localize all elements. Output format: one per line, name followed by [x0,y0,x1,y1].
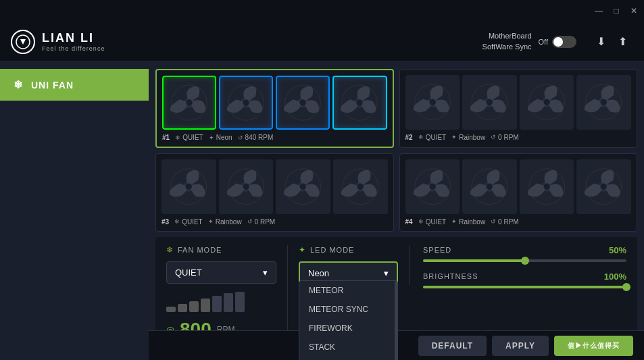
led-icon-1: ✦ [209,134,214,141]
dropdown-chevron-icon: ▾ [263,267,268,278]
speed-slider-thumb[interactable] [521,257,529,265]
brightness-label: BRIGHTNESS [423,272,478,280]
fan-mode-dropdown[interactable]: QUIET ▾ [166,261,276,284]
fan-group-3-info: #3 ❄ QUIET ✦ Rainbow ↺ 0 RPM [162,218,388,226]
fan-mode-icon: ❄ [166,245,174,255]
title-bar: — □ ✕ [0,0,644,22]
led-mode-selected: Neon [308,268,329,278]
fan-unit-3-3 [276,159,330,214]
fan-unit-1-1 [162,76,216,130]
rpm-icon-1: ↺ [238,134,243,141]
logo-area: LIAN LI Feel the difference [11,30,482,54]
brightness-slider-fill [423,286,626,288]
fan-unit-1-4 [332,76,387,130]
fan-group-4[interactable]: #4 ❄ QUIET ✦ Rainbow ↺ 0 RPM [399,153,638,232]
minimize-button[interactable]: — [594,6,603,16]
fan-unit-2-2 [462,75,517,130]
fan-unit-1-3 [276,76,330,130]
brightness-label-row: BRIGHTNESS 100% [423,272,626,282]
fan-group-4-mode: ❄ QUIET [418,218,447,226]
upload-button[interactable]: ⬆ [612,31,633,53]
fan-group-2-mode: ❄ QUIET [418,134,447,141]
fan-group-1-info: #1 ❄ QUIET ✦ Neon ↺ 840 RPM [162,134,387,141]
led-option-stack[interactable]: STACK [299,338,397,357]
main-layout: ❄ UNI FAN [0,62,644,360]
led-option-stack-multi[interactable]: STACK MULTI COLOR [299,357,397,360]
led-option-meteor[interactable]: METEOR [299,281,397,300]
speed-label-row: SPEED 50% [423,245,626,255]
led-option-firework[interactable]: FIREWORK [299,319,397,338]
svg-point-30 [243,184,249,190]
logo-sub-text: Feel the difference [42,45,105,52]
fan-mode-title: ❄ FAN MODE [166,245,276,255]
fan-group-4-rpm: ↺ 0 RPM [491,218,519,226]
brightness-value: 100% [604,272,626,282]
sidebar: ❄ UNI FAN [0,62,149,360]
svg-point-24 [601,99,607,105]
maximize-button[interactable]: □ [612,6,621,16]
speed-bar-6 [224,293,233,312]
fan-group-1-id: #1 [162,134,170,141]
fan-group-1[interactable]: #1 ❄ QUIET ✦ Neon ↺ 840 RPM [155,69,394,148]
svg-point-18 [487,99,493,105]
main-content: #1 ❄ QUIET ✦ Neon ↺ 840 RPM [149,62,644,360]
unifan-icon: ❄ [14,78,23,91]
fan-group-3-id: #3 [162,218,169,226]
apply-button[interactable]: APPLY [492,336,549,356]
fan-group-4-id: #4 [405,218,413,226]
speed-bar-5 [212,296,222,312]
fan-group-1-rpm: ↺ 840 RPM [238,134,274,141]
svg-point-33 [300,184,306,190]
svg-point-42 [487,184,493,190]
svg-point-12 [357,99,363,105]
app-header: LIAN LI Feel the difference MotherBoard … [0,22,644,62]
fan-unit-3-2 [219,159,274,214]
download-button[interactable]: ⬇ [590,31,612,53]
fan-group-1-mode: ❄ QUIET [175,134,203,141]
fan-unit-2-1 [405,75,460,130]
sidebar-item-unifan[interactable]: ❄ UNI FAN [0,69,149,101]
fan-group-2-id: #2 [405,134,413,141]
fan-mode-selected: QUIET [175,267,202,278]
svg-point-27 [186,184,192,190]
speed-bar-3 [189,301,199,312]
default-button[interactable]: DEFAULT [418,336,487,356]
led-mode-icon: ✦ [299,245,306,255]
svg-point-9 [300,99,306,105]
led-dropdown-menu: METEOR METEOR SYNC FIREWORK STACK STACK … [299,280,398,360]
fan-unit-4-2 [462,159,517,214]
logo-icon [11,30,35,54]
brightness-slider-track[interactable] [423,286,626,288]
fan-group-2[interactable]: #2 ❄ QUIET ✦ Rainbow ↺ 0 RPM [399,69,638,148]
speed-slider-track[interactable] [423,259,626,262]
svg-point-36 [357,184,363,190]
speed-label: SPEED [423,246,451,254]
speed-value: 50% [609,245,626,255]
brightness-slider-thumb[interactable] [622,283,630,291]
close-button[interactable]: ✕ [629,6,639,16]
fan-unit-3-1 [162,159,216,214]
speed-slider-fill [423,259,525,262]
sync-toggle[interactable]: Off [539,36,576,48]
save-button[interactable]: 值▶什么值得买 [554,336,633,356]
sync-area: MotherBoard SoftWare Sync Off [482,31,576,52]
fan-unit-1-2 [219,76,273,130]
fan-unit-4-4 [576,159,631,214]
toggle-track[interactable] [552,36,576,48]
led-dropdown-chevron-icon: ▾ [384,268,389,278]
logo-text: LIAN LI Feel the difference [42,31,105,52]
fan-group-4-led: ✦ Rainbow [451,218,485,226]
svg-point-48 [601,184,607,190]
sync-off-label: Off [539,38,548,46]
speed-bar-1 [166,307,176,312]
led-option-meteor-sync[interactable]: METEOR SYNC [299,300,397,319]
fan-group-3-mode: ❄ QUIET [174,218,203,226]
dropdown-scrollbar[interactable] [395,281,397,360]
led-mode-title: ✦ LED MODE [299,245,398,255]
fan-group-3[interactable]: #3 ❄ QUIET ✦ Rainbow ↺ 0 RPM [155,153,394,232]
svg-point-15 [429,99,435,105]
svg-point-21 [543,99,549,105]
speed-bar-2 [178,304,187,312]
fan-unit-4-1 [405,159,460,214]
fan-group-2-led: ✦ Rainbow [451,134,485,141]
